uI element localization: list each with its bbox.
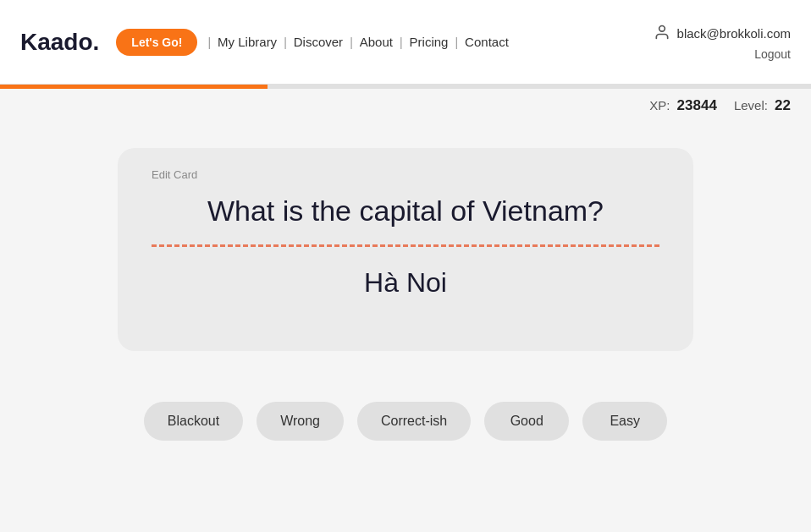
xp-value: 23844 xyxy=(677,97,717,113)
header-right: black@brokkoli.com Logout xyxy=(654,24,791,61)
nav-link-pricing[interactable]: Pricing xyxy=(406,31,452,52)
header-left: Kaado. Let's Go! | My Library | Discover… xyxy=(20,29,512,56)
nav-separator-3: | xyxy=(350,36,353,49)
nav-separator-2: | xyxy=(284,36,287,49)
card-question: What is the capital of Vietnam? xyxy=(152,195,659,228)
wrong-button[interactable]: Wrong xyxy=(257,402,344,441)
answer-buttons: Blackout Wrong Correct-ish Good Easy xyxy=(144,402,667,441)
nav-link-discover[interactable]: Discover xyxy=(290,31,346,52)
easy-button[interactable]: Easy xyxy=(582,402,667,441)
card-answer: Hà Noi xyxy=(152,267,659,299)
nav-link-about[interactable]: About xyxy=(356,31,396,52)
main-content: Edit Card What is the capital of Vietnam… xyxy=(0,123,811,474)
card-divider xyxy=(152,244,659,247)
blackout-button[interactable]: Blackout xyxy=(144,402,243,441)
level-label: Level: xyxy=(734,98,768,112)
nav-link-my-library[interactable]: My Library xyxy=(214,31,280,52)
level-value: 22 xyxy=(775,97,791,113)
xp-label: XP: xyxy=(649,98,670,112)
nav-separator-4: | xyxy=(400,36,403,49)
logo[interactable]: Kaado. xyxy=(20,29,99,56)
logout-link[interactable]: Logout xyxy=(754,47,791,61)
person-icon xyxy=(654,24,670,44)
edit-card-label[interactable]: Edit Card xyxy=(152,168,197,181)
nav-separator-1: | xyxy=(207,36,211,49)
good-button[interactable]: Good xyxy=(484,402,569,441)
correct-ish-button[interactable]: Correct-ish xyxy=(357,402,471,441)
header: Kaado. Let's Go! | My Library | Discover… xyxy=(0,0,811,85)
svg-point-0 xyxy=(659,25,665,31)
xp-level-bar: XP: 23844 Level: 22 xyxy=(0,89,811,123)
user-info: black@brokkoli.com xyxy=(654,24,791,44)
nav-links: Let's Go! | My Library | Discover | Abou… xyxy=(116,29,511,56)
nav-separator-5: | xyxy=(455,36,458,49)
lets-go-button[interactable]: Let's Go! xyxy=(116,29,197,56)
user-email: black@brokkoli.com xyxy=(677,26,791,41)
flash-card: Edit Card What is the capital of Vietnam… xyxy=(118,148,693,351)
nav-link-contact[interactable]: Contact xyxy=(461,31,512,52)
